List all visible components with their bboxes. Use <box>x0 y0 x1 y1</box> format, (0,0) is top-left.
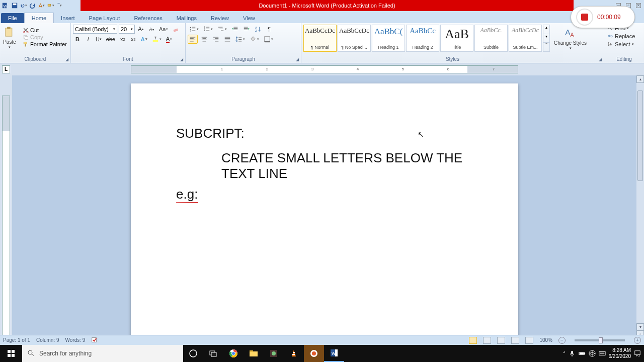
chrome-icon[interactable] <box>223 345 244 362</box>
vertical-scrollbar[interactable]: ▴ ▾ ◦ ▿ <box>636 75 644 345</box>
tab-references[interactable]: References <box>127 13 169 23</box>
font-size-selector[interactable]: 20▾ <box>119 25 135 34</box>
change-styles-button[interactable]: AAChange Styles▾ <box>551 25 590 52</box>
superscript-button[interactable]: x2 <box>129 35 138 44</box>
change-case-button[interactable]: Aa <box>157 25 170 34</box>
app-icon-1[interactable] <box>264 345 284 362</box>
scroll-up-button[interactable]: ▴ <box>636 75 644 83</box>
highlight-button[interactable] <box>150 35 163 44</box>
numbering-button[interactable]: 123 <box>202 25 214 34</box>
align-left-button[interactable] <box>188 35 198 44</box>
bullets-button[interactable] <box>188 25 200 34</box>
borders-button[interactable] <box>262 35 275 44</box>
format-painter-button[interactable]: Format Painter <box>23 41 67 47</box>
sort-button[interactable]: AZ <box>253 25 263 34</box>
tray-wifi-icon[interactable] <box>589 350 596 357</box>
status-page[interactable]: Page: 1 of 1 <box>3 337 30 343</box>
cortana-icon[interactable] <box>183 345 203 362</box>
decrease-indent-button[interactable] <box>230 25 240 34</box>
view-outline[interactable] <box>511 337 519 344</box>
strikethrough-button[interactable]: abc <box>105 35 117 44</box>
styles-scroll[interactable]: ▴▾‾ <box>543 25 550 52</box>
line-spacing-button[interactable] <box>234 35 247 44</box>
undo-button[interactable] <box>20 2 27 9</box>
zoom-slider[interactable] <box>575 339 625 341</box>
qat-item2[interactable] <box>47 2 54 9</box>
zoom-in-button[interactable]: + <box>634 337 641 344</box>
style-subtitle[interactable]: AaBbCc.Subtitle <box>474 25 508 52</box>
justify-button[interactable] <box>222 35 232 44</box>
style-title[interactable]: AaBTitle <box>440 25 473 52</box>
copy-button[interactable]: Copy <box>23 34 67 40</box>
replace-button[interactable]: abReplace <box>606 33 642 40</box>
record-stop-button[interactable] <box>576 9 593 26</box>
scroll-down-button[interactable]: ▾ <box>636 323 644 331</box>
tray-mic-icon[interactable] <box>569 350 576 357</box>
font-launcher[interactable]: ◢ <box>180 57 183 62</box>
tab-mailings[interactable]: Mailings <box>170 13 204 23</box>
tray-clock[interactable]: 8:28 AM 6/20/2020 <box>609 347 631 359</box>
redo-button[interactable] <box>29 2 36 9</box>
tab-file[interactable]: File <box>1 13 24 23</box>
select-button[interactable]: Select▾ <box>606 41 642 48</box>
start-button[interactable] <box>0 345 22 362</box>
horizontal-ruler[interactable]: 1234567 <box>131 65 518 73</box>
zoom-value[interactable]: 100% <box>539 337 552 343</box>
clear-formatting-button[interactable] <box>171 25 181 34</box>
increase-indent-button[interactable] <box>242 25 252 34</box>
tab-view[interactable]: View <box>236 13 262 23</box>
tab-selector[interactable]: L <box>2 65 10 73</box>
save-icon[interactable] <box>11 2 18 9</box>
status-words[interactable]: Words: 9 <box>65 337 86 343</box>
tray-keyboard-icon[interactable] <box>599 350 606 357</box>
style-heading2[interactable]: AaBbCcHeading 2 <box>406 25 439 52</box>
view-full-screen[interactable] <box>483 337 491 344</box>
style-normal[interactable]: AaBbCcDc¶ Normal <box>303 25 337 52</box>
clipboard-launcher[interactable]: ◢ <box>65 57 68 62</box>
tab-insert[interactable]: Insert <box>54 13 82 23</box>
tray-chevron-icon[interactable]: ˄ <box>563 351 566 356</box>
qat-customize[interactable]: ‾ <box>56 2 63 9</box>
tab-pagelayout[interactable]: Page Layout <box>82 13 127 23</box>
task-view-icon[interactable] <box>203 345 223 362</box>
shading-button[interactable] <box>248 35 261 44</box>
paragraph-launcher[interactable]: ◢ <box>296 57 299 62</box>
file-explorer-icon[interactable] <box>244 345 264 362</box>
align-right-button[interactable] <box>211 35 221 44</box>
word-taskbar-icon[interactable]: W <box>324 345 344 362</box>
document-content[interactable]: SUBCRIPT: CREATE SMALL LETTERS BELOW THE… <box>176 126 488 203</box>
grow-font-button[interactable]: A▴ <box>136 25 145 34</box>
font-name-selector[interactable]: Calibri (Body)▾ <box>73 25 117 34</box>
paste-button[interactable]: Paste ▾ <box>0 24 19 51</box>
style-heading1[interactable]: AaBbC(Heading 1 <box>372 25 405 52</box>
italic-button[interactable]: I <box>84 35 93 44</box>
recorder-taskbar-icon[interactable] <box>304 345 324 362</box>
status-column[interactable]: Column: 9 <box>36 337 59 343</box>
bold-button[interactable]: B <box>73 35 82 44</box>
tab-home[interactable]: Home <box>24 13 54 23</box>
view-print-layout[interactable] <box>469 337 477 344</box>
close-button[interactable]: × <box>636 3 641 8</box>
multilevel-list-button[interactable] <box>216 25 228 34</box>
screen-recorder-overlay[interactable]: 00:00:09 <box>571 6 635 28</box>
scroll-thumb[interactable] <box>637 90 643 181</box>
align-center-button[interactable] <box>199 35 209 44</box>
vertical-ruler[interactable] <box>2 96 10 347</box>
style-subtleem[interactable]: AaBbCcDcSubtle Em... <box>509 25 542 52</box>
vlc-icon[interactable] <box>284 345 304 362</box>
styles-launcher[interactable]: ◢ <box>599 57 602 62</box>
status-proof-icon[interactable] <box>91 336 98 344</box>
qat-item[interactable]: A <box>38 2 45 9</box>
document-page[interactable]: SUBCRIPT: CREATE SMALL LETTERS BELOW THE… <box>131 83 518 340</box>
tab-review[interactable]: Review <box>204 13 236 23</box>
cut-button[interactable]: Cut <box>23 27 67 33</box>
subscript-button[interactable]: x2 <box>118 35 127 44</box>
view-web-layout[interactable] <box>497 337 505 344</box>
text-effects-button[interactable]: A <box>139 35 149 44</box>
font-color-button[interactable]: A <box>165 35 174 44</box>
tray-battery-icon[interactable] <box>579 350 586 357</box>
style-nospaci[interactable]: AaBbCcDc¶ No Spaci... <box>338 25 371 52</box>
tray-notifications-icon[interactable]: 2 <box>634 350 641 357</box>
shrink-font-button[interactable]: A▾ <box>147 25 156 34</box>
view-draft[interactable] <box>525 337 533 344</box>
